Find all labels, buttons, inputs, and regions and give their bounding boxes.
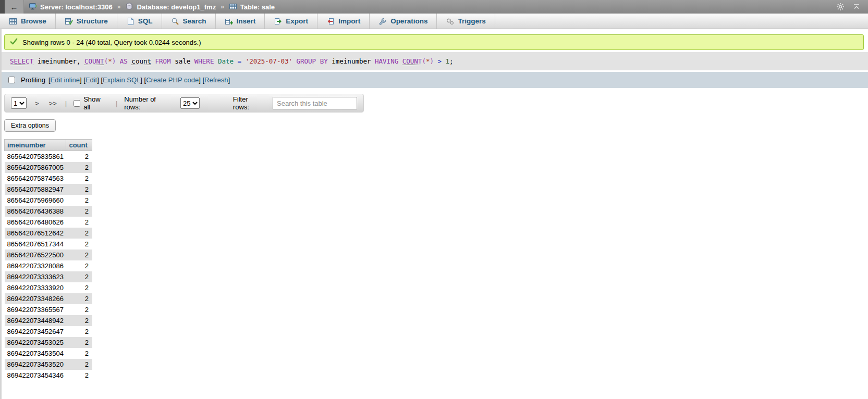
insert-icon (225, 17, 233, 26)
query-action-edit[interactable]: Edit (85, 76, 97, 84)
tab-export-label: Export (286, 17, 308, 25)
count-cell: 2 (66, 184, 92, 195)
sql-token: GROUP BY (297, 57, 328, 65)
count-cell: 2 (66, 173, 92, 184)
count-cell: 2 (66, 260, 92, 271)
sql-token: ( (422, 57, 426, 65)
tab-sql[interactable]: SQL (117, 14, 162, 29)
table-row: 8694220734543462 (5, 370, 92, 381)
sql-token: HAVING (375, 57, 398, 65)
tab-browse[interactable]: Browse (0, 14, 56, 29)
sql-token[interactable]: COUNT (402, 57, 422, 65)
breadcrumb-database[interactable]: Database: develop1_fmz (125, 2, 216, 12)
tab-import[interactable]: Import (317, 14, 370, 29)
sql-token: > (438, 57, 442, 65)
nav-collapse-rail[interactable] (0, 29, 2, 399)
sql-token[interactable]: COUNT (84, 57, 104, 65)
profiling-label: Profiling (21, 76, 45, 84)
count-cell: 2 (66, 348, 92, 359)
tab-structure-label: Structure (77, 17, 108, 25)
number-of-rows-select[interactable]: 25 (180, 97, 200, 109)
sql-token: = (238, 57, 242, 65)
imeinumber-cell: 869422073328086 (5, 260, 66, 271)
pagination-bar: 1 > >> | Show all | Number of rows: 25 F… (4, 94, 364, 113)
sql-token: imeinumber, (33, 57, 84, 65)
collapse-icon[interactable] (852, 3, 861, 11)
results-tbody: 8656420758358612865642075867005286564207… (5, 151, 92, 381)
breadcrumb-server-label: Server: localhost:3306 (40, 3, 113, 11)
table-row: 8694220733482662 (5, 293, 92, 304)
profiling-checkbox[interactable] (8, 77, 15, 83)
table-row: 8694220734535042 (5, 348, 92, 359)
back-button[interactable]: ← (5, 0, 24, 14)
tab-insert[interactable]: Insert (216, 14, 265, 29)
count-cell: 2 (66, 162, 92, 173)
sql-token: ) (430, 57, 434, 65)
column-header-count[interactable]: count (66, 140, 92, 151)
breadcrumb-table-label: Table: sale (240, 3, 275, 11)
imeinumber-cell: 869422073348266 (5, 293, 66, 304)
tab-triggers[interactable]: Triggers (437, 14, 495, 29)
imeinumber-cell: 865642075835861 (5, 151, 66, 162)
tab-structure[interactable]: Structure (56, 14, 117, 29)
breadcrumb-separator: » (221, 3, 224, 10)
table-row: 8656420765126422 (5, 228, 92, 239)
sql-token (234, 57, 238, 65)
table-row: 8694220734530252 (5, 337, 92, 348)
sql-query: SELECT imeinumber, COUNT(*) AS count FRO… (2, 52, 868, 70)
sql-icon (126, 17, 135, 26)
imeinumber-cell: 869422073333920 (5, 282, 66, 293)
count-cell: 2 (66, 359, 92, 370)
count-cell: 2 (66, 271, 92, 282)
query-status-text: Showing rows 0 - 24 (40 total, Query too… (22, 39, 201, 46)
imeinumber-cell: 865642075874563 (5, 173, 66, 184)
tab-operations-label: Operations (390, 17, 427, 25)
tab-operations[interactable]: Operations (370, 14, 437, 29)
imeinumber-cell: 869422073453025 (5, 337, 66, 348)
query-action-explain-sql[interactable]: Explain SQL (103, 76, 140, 84)
query-action-create-php-code[interactable]: Create PHP code (146, 76, 199, 84)
breadcrumb-separator: » (117, 3, 121, 10)
query-action-refresh[interactable]: Refresh (204, 76, 228, 84)
breadcrumb-table[interactable]: Table: sale (229, 2, 275, 12)
count-cell: 2 (66, 239, 92, 250)
count-cell: 2 (66, 195, 92, 206)
sql-token[interactable]: count (131, 57, 151, 65)
show-all-label: Show all (83, 95, 109, 111)
next-page-link[interactable]: > (33, 99, 41, 107)
show-all-checkbox[interactable] (74, 100, 80, 107)
sql-token[interactable]: SELECT (10, 57, 33, 65)
export-icon (274, 17, 282, 26)
filter-rows-input[interactable] (273, 97, 357, 109)
imeinumber-cell: 869422073365567 (5, 304, 66, 315)
server-titlebar: ← Server: localhost:3306 » Database: dev… (0, 0, 868, 14)
imeinumber-cell: 869422073333623 (5, 271, 66, 282)
settings-icon[interactable] (836, 3, 845, 11)
sql-token (442, 57, 446, 65)
sql-token: FROM (155, 57, 171, 65)
sql-token (434, 57, 438, 65)
table-row: 8656420765225002 (5, 250, 92, 260)
table-row: 8694220733655672 (5, 304, 92, 315)
page-select[interactable]: 1 (11, 97, 27, 109)
imeinumber-cell: 865642075867005 (5, 162, 66, 173)
imeinumber-cell: 865642076480626 (5, 217, 66, 228)
filter-rows-label: Filter rows: (233, 95, 266, 111)
tab-export[interactable]: Export (265, 14, 317, 29)
count-cell: 2 (66, 337, 92, 348)
tab-search[interactable]: Search (162, 14, 216, 29)
sql-token (116, 57, 120, 65)
browse-icon (9, 17, 17, 26)
success-check-icon (10, 38, 18, 47)
last-page-link[interactable]: >> (47, 99, 58, 107)
extra-options-button[interactable]: Extra options (4, 119, 56, 132)
count-cell: 2 (66, 206, 92, 217)
query-action-edit-inline[interactable]: Edit inline (51, 76, 80, 84)
breadcrumb-server[interactable]: Server: localhost:3306 (29, 2, 113, 12)
column-header-imeinumber[interactable]: imeinumber (5, 140, 66, 151)
triggers-icon (446, 17, 454, 26)
separator: | (116, 99, 117, 107)
count-cell: 2 (66, 282, 92, 293)
sql-token: sale (171, 57, 194, 65)
count-cell: 2 (66, 326, 92, 337)
